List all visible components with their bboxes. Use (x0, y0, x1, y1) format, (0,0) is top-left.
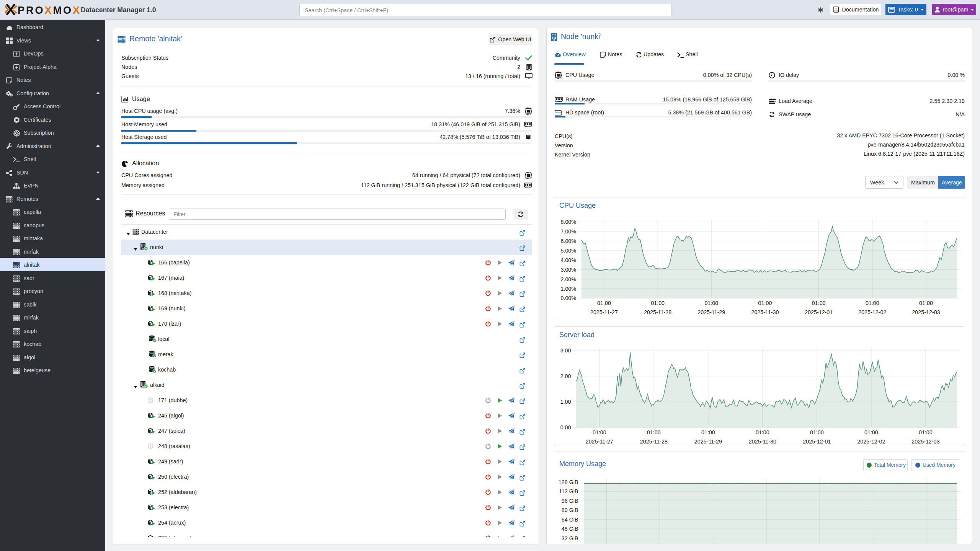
svg-text:2025-11-27: 2025-11-27 (590, 309, 618, 315)
svg-text:2025-11-28: 2025-11-28 (644, 309, 671, 315)
svg-text:1.00%: 1.00% (560, 286, 576, 292)
svg-text:32 GiB: 32 GiB (562, 535, 578, 541)
svg-text:2025-11-28: 2025-11-28 (640, 439, 668, 445)
svg-text:01:00: 01:00 (704, 300, 718, 306)
svg-text:01:00: 01:00 (919, 429, 933, 435)
svg-text:2025-12-01: 2025-12-01 (805, 309, 833, 315)
svg-text:48 GiB: 48 GiB (562, 526, 578, 532)
svg-text:3.00: 3.00 (560, 347, 571, 354)
svg-text:128 GiB: 128 GiB (559, 479, 578, 485)
svg-text:112 GiB: 112 GiB (559, 488, 578, 494)
svg-text:96 GiB: 96 GiB (562, 498, 578, 504)
svg-text:01:00: 01:00 (647, 429, 661, 435)
svg-text:4.00%: 4.00% (560, 257, 576, 263)
svg-text:80 GiB: 80 GiB (562, 507, 578, 513)
svg-text:2025-12-02: 2025-12-02 (858, 309, 886, 315)
svg-text:0.00%: 0.00% (560, 295, 576, 301)
svg-text:01:00: 01:00 (864, 429, 878, 435)
svg-text:2025-11-30: 2025-11-30 (749, 439, 776, 445)
svg-text:01:00: 01:00 (810, 429, 824, 435)
svg-text:01:00: 01:00 (651, 300, 665, 306)
svg-text:1.00: 1.00 (560, 399, 571, 405)
svg-text:2025-11-30: 2025-11-30 (751, 309, 779, 315)
svg-text:01:00: 01:00 (756, 429, 769, 435)
svg-text:01:00: 01:00 (919, 300, 933, 306)
svg-text:0.00: 0.00 (560, 424, 571, 430)
svg-text:3.00%: 3.00% (560, 267, 576, 273)
svg-text:01:00: 01:00 (597, 300, 611, 306)
svg-text:2.00%: 2.00% (560, 276, 576, 282)
svg-text:2.00: 2.00 (560, 373, 571, 379)
svg-text:7.00%: 7.00% (560, 228, 576, 235)
svg-text:2025-12-03: 2025-12-03 (911, 439, 939, 445)
svg-text:2025-12-03: 2025-12-03 (912, 309, 940, 315)
svg-text:2025-11-29: 2025-11-29 (697, 309, 725, 315)
svg-text:01:00: 01:00 (866, 300, 879, 306)
svg-text:2025-12-02: 2025-12-02 (857, 439, 885, 445)
svg-text:2025-11-29: 2025-11-29 (694, 439, 722, 445)
svg-text:01:00: 01:00 (701, 429, 715, 435)
svg-text:64 GiB: 64 GiB (562, 517, 578, 523)
svg-text:2025-11-27: 2025-11-27 (586, 439, 613, 445)
svg-text:8.00%: 8.00% (560, 219, 576, 225)
svg-text:2025-12-01: 2025-12-01 (803, 439, 831, 445)
svg-text:6.00%: 6.00% (560, 238, 576, 244)
svg-text:01:00: 01:00 (812, 300, 826, 306)
svg-text:01:00: 01:00 (758, 300, 772, 306)
svg-text:01:00: 01:00 (593, 429, 606, 435)
svg-text:5.00%: 5.00% (560, 248, 576, 254)
